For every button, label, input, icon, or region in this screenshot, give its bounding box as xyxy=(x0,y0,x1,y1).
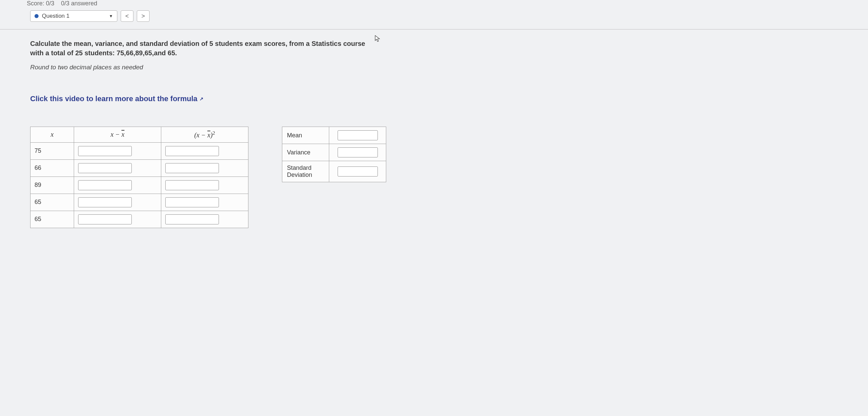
x-value: 65 xyxy=(31,211,74,228)
table-row: 66 xyxy=(31,160,248,176)
video-link-text: Click this video to learn more about the… xyxy=(30,95,197,103)
question-dropdown-label: Question 1 xyxy=(42,13,109,20)
deviation-input-2[interactable] xyxy=(78,180,132,190)
header-x: x xyxy=(31,127,74,143)
table-row: 65 xyxy=(31,194,248,211)
table-row: 65 xyxy=(31,211,248,228)
chevron-right-icon: > xyxy=(142,13,145,20)
mean-label: Mean xyxy=(282,127,329,144)
x-value: 66 xyxy=(31,160,74,176)
question-status-dot-icon xyxy=(34,14,38,18)
next-question-button[interactable]: > xyxy=(137,10,150,22)
table-row: 89 xyxy=(31,176,248,194)
x-value: 89 xyxy=(31,176,74,194)
video-help-link[interactable]: Click this video to learn more about the… xyxy=(30,95,204,103)
variance-input[interactable] xyxy=(338,147,378,158)
squared-deviation-input-2[interactable] xyxy=(165,180,219,190)
data-table: x x − x (x − x)2 75 66 xyxy=(30,127,248,228)
score-label: Score: 0/3 xyxy=(27,0,54,7)
external-link-icon: ↗ xyxy=(199,96,204,102)
stddev-row: Standard Deviation xyxy=(282,161,386,182)
stddev-input[interactable] xyxy=(338,167,378,176)
deviation-input-1[interactable] xyxy=(78,163,132,173)
deviation-input-4[interactable] xyxy=(78,214,132,224)
table-row: 75 xyxy=(31,142,248,160)
header-deviation: x − x xyxy=(74,127,161,143)
question-prompt: Calculate the mean, variance, and standa… xyxy=(30,39,366,58)
chevron-down-icon: ▼ xyxy=(109,14,113,19)
squared-deviation-input-0[interactable] xyxy=(165,146,219,156)
prev-question-button[interactable]: < xyxy=(121,10,133,22)
squared-deviation-input-3[interactable] xyxy=(165,197,219,207)
mean-input[interactable] xyxy=(338,130,378,140)
deviation-input-0[interactable] xyxy=(78,146,132,156)
variance-label: Variance xyxy=(282,144,329,161)
stats-table: Mean Variance Standard Deviation xyxy=(282,127,386,182)
mean-row: Mean xyxy=(282,127,386,144)
variance-row: Variance xyxy=(282,144,386,161)
squared-deviation-input-1[interactable] xyxy=(165,163,219,173)
answered-label: 0/3 answered xyxy=(61,0,97,7)
squared-deviation-input-4[interactable] xyxy=(165,214,219,224)
chevron-left-icon: < xyxy=(125,13,129,20)
stddev-label: Standard Deviation xyxy=(282,161,329,182)
deviation-input-3[interactable] xyxy=(78,197,132,207)
x-value: 75 xyxy=(31,142,74,160)
header-squared-deviation: (x − x)2 xyxy=(161,127,248,143)
question-hint: Round to two decimal places as needed xyxy=(30,64,868,71)
question-dropdown[interactable]: Question 1 ▼ xyxy=(30,10,117,22)
x-value: 65 xyxy=(31,194,74,211)
